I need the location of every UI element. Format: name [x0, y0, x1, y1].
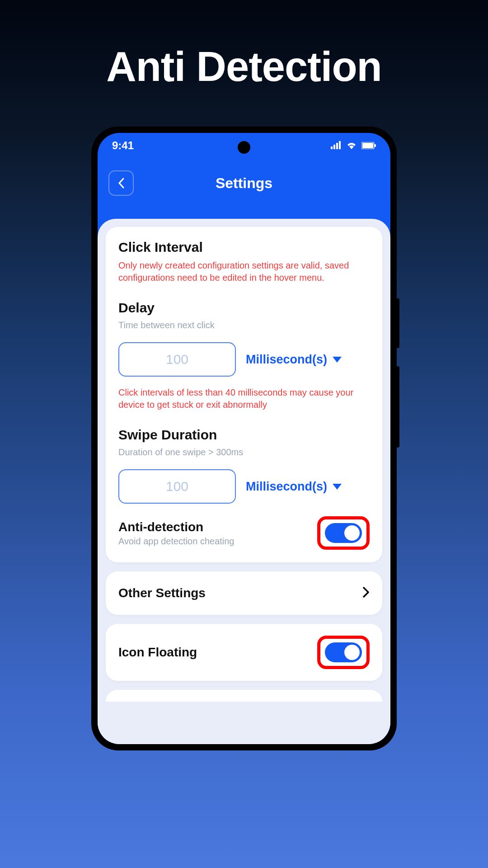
- click-interval-warning: Only newly created configuration setting…: [118, 259, 370, 284]
- delay-section: Delay Time between next click Millisecon…: [118, 300, 370, 411]
- settings-main-card: Click Interval Only newly created config…: [106, 227, 382, 562]
- camera-notch: [238, 141, 250, 154]
- icon-floating-row: Icon Floating: [106, 624, 382, 681]
- swipe-unit-label: Millisecond(s): [246, 480, 327, 494]
- dropdown-icon: [333, 357, 342, 363]
- status-time: 9:41: [112, 139, 134, 152]
- anti-detection-toggle[interactable]: [325, 523, 362, 543]
- page-title: Settings: [98, 175, 390, 192]
- svg-rect-5: [362, 143, 373, 148]
- swipe-subtitle: Duration of one swipe > 300ms: [118, 447, 370, 458]
- anti-detection-highlight: [317, 516, 370, 550]
- svg-rect-3: [339, 141, 341, 149]
- dropdown-icon: [333, 484, 342, 490]
- svg-rect-0: [331, 146, 333, 149]
- svg-rect-1: [333, 145, 335, 149]
- swipe-section: Swipe Duration Duration of one swipe > 3…: [118, 427, 370, 504]
- delay-subtitle: Time between next click: [118, 320, 370, 330]
- icon-floating-highlight: [317, 636, 370, 669]
- back-button[interactable]: [108, 170, 134, 196]
- anti-detection-subtitle: Avoid app detection cheating: [118, 536, 317, 547]
- toggle-knob: [344, 525, 360, 541]
- anti-detection-title: Anti-detection: [118, 520, 317, 534]
- peek-card: [106, 690, 382, 702]
- svg-rect-2: [336, 143, 338, 149]
- delay-warning: Click intervals of less than 40 millisec…: [118, 387, 370, 411]
- phone-side-button: [396, 366, 399, 448]
- delay-input[interactable]: [118, 342, 236, 377]
- toggle-knob: [344, 645, 360, 660]
- icon-floating-toggle[interactable]: [325, 642, 362, 662]
- phone-frame: 9:41 Settings Click: [91, 127, 397, 750]
- signal-icon: [331, 139, 342, 152]
- wifi-icon: [346, 139, 357, 152]
- swipe-unit-select[interactable]: Millisecond(s): [246, 480, 342, 494]
- icon-floating-title: Icon Floating: [118, 645, 197, 660]
- click-interval-title: Click Interval: [118, 240, 370, 255]
- swipe-input[interactable]: [118, 469, 236, 504]
- delay-unit-label: Millisecond(s): [246, 353, 327, 367]
- promo-title: Anti Detection: [0, 43, 488, 90]
- phone-screen: 9:41 Settings Click: [98, 133, 390, 744]
- status-icons: [331, 139, 376, 152]
- delay-title: Delay: [118, 300, 370, 316]
- other-settings-title: Other Settings: [118, 586, 206, 600]
- anti-detection-row: Anti-detection Avoid app detection cheat…: [118, 516, 370, 550]
- battery-icon: [361, 139, 376, 152]
- click-interval-section: Click Interval Only newly created config…: [118, 240, 370, 284]
- swipe-title: Swipe Duration: [118, 427, 370, 443]
- other-settings-row[interactable]: Other Settings: [106, 571, 382, 615]
- content-area: Click Interval Only newly created config…: [98, 219, 390, 744]
- chevron-left-icon: [118, 178, 124, 189]
- delay-unit-select[interactable]: Millisecond(s): [246, 353, 342, 367]
- svg-rect-6: [375, 144, 376, 147]
- app-header: Settings: [98, 158, 390, 208]
- chevron-right-icon: [362, 586, 370, 600]
- phone-side-button: [396, 298, 399, 348]
